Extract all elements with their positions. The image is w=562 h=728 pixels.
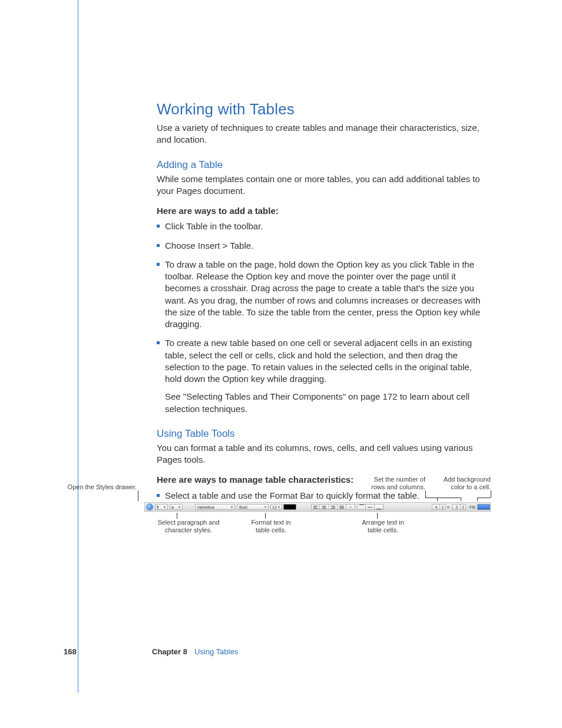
heading-using-table-tools: Using Table Tools [157, 428, 490, 440]
callout-select-styles: Select paragraph and character styles. [153, 519, 224, 534]
callout-format-text: Format text in table cells. [242, 519, 300, 534]
bullet-item: To draw a table on the page, hold down t… [157, 259, 490, 331]
callout-line [265, 513, 266, 519]
adding-bullet-list: Click Table in the toolbar. Choose Inser… [157, 220, 490, 415]
font-size-value: 12 [272, 505, 277, 509]
font-weight-value: Bold [239, 505, 247, 509]
vertical-align-group [357, 504, 384, 510]
callout-set-rows-cols: Set the number of rows and columns. [361, 476, 425, 491]
bullet-item: Click Table in the toolbar. [157, 220, 490, 232]
callout-line [425, 490, 426, 498]
callout-line [138, 490, 138, 501]
styles-drawer-button[interactable] [146, 503, 153, 510]
valign-top-button[interactable] [357, 504, 366, 510]
bullet-text: To create a new table based on one cell … [165, 338, 472, 384]
tools-intro: You can format a table and its columns, … [157, 442, 490, 466]
align-auto-button[interactable]: A [346, 504, 355, 510]
paragraph-style-combo[interactable]: ¶▾ [155, 504, 168, 510]
fill-label: Fill: [470, 505, 476, 509]
callout-line [477, 498, 491, 498]
intro-paragraph: Use a variety of techniques to create ta… [157, 122, 490, 146]
adding-intro: While some templates contain one or more… [157, 173, 490, 197]
cols-value: 3 [453, 505, 460, 509]
callout-add-background: Add background color to a cell. [435, 476, 491, 491]
bullet-trailing-paragraph: See "Selecting Tables and Their Componen… [165, 391, 490, 415]
callout-line [177, 513, 177, 519]
fill-color-swatch[interactable] [477, 504, 490, 510]
callout-line [477, 498, 478, 501]
adding-subhead: Here are ways to add a table: [157, 205, 490, 217]
chapter-title: Using Tables [194, 647, 238, 656]
valign-middle-button[interactable] [366, 504, 375, 510]
align-right-button[interactable] [329, 504, 338, 510]
align-left-button[interactable] [311, 504, 320, 510]
bullet-item: Select a table and use the Format Bar to… [157, 490, 490, 502]
callout-line [425, 498, 461, 498]
font-family-value: Helvetica [197, 505, 214, 509]
format-bar: ¶▾ a▾ Helvetica▾ Bold▾ 12▾ A 4 ▴▾ × 3 ▴▾ [144, 502, 491, 512]
bullet-item: To create a new table based on one cell … [157, 337, 490, 415]
tools-bullet-list: Select a table and use the Format Bar to… [157, 490, 490, 502]
horizontal-align-group: A [311, 504, 355, 510]
valign-bottom-button[interactable] [375, 504, 384, 510]
character-style-combo[interactable]: a▾ [170, 504, 183, 510]
callout-arrange-text: Arrange text in table cells. [353, 519, 412, 534]
font-family-combo[interactable]: Helvetica▾ [195, 504, 235, 510]
rows-value: 4 [432, 505, 439, 509]
callout-line [491, 490, 491, 498]
font-size-combo[interactable]: 12▾ [270, 504, 282, 510]
rows-cols-separator: × [447, 505, 449, 510]
document-page: Working with Tables Use a variety of tec… [0, 0, 562, 728]
align-center-button[interactable] [320, 504, 329, 510]
page-number: 168 [64, 647, 152, 656]
left-margin-rule [78, 0, 78, 693]
rows-stepper[interactable]: 4 ▴▾ [432, 504, 445, 510]
chapter-label: Chapter 8 [152, 647, 187, 656]
font-weight-combo[interactable]: Bold▾ [237, 504, 269, 510]
callout-line [461, 498, 461, 501]
callout-open-styles-drawer: Open the Styles drawer. [12, 483, 137, 491]
page-footer: 168 Chapter 8 Using Tables [64, 647, 500, 656]
heading-adding-a-table: Adding a Table [157, 159, 490, 171]
align-justify-button[interactable] [338, 504, 346, 510]
bullet-item: Choose Insert > Table. [157, 240, 490, 252]
text-color-swatch[interactable] [283, 504, 296, 510]
callout-line [377, 513, 378, 519]
heading-working-with-tables: Working with Tables [157, 100, 490, 118]
cols-stepper[interactable]: 3 ▴▾ [452, 504, 466, 510]
callout-line [437, 498, 438, 501]
body-content: Working with Tables Use a variety of tec… [157, 100, 490, 509]
